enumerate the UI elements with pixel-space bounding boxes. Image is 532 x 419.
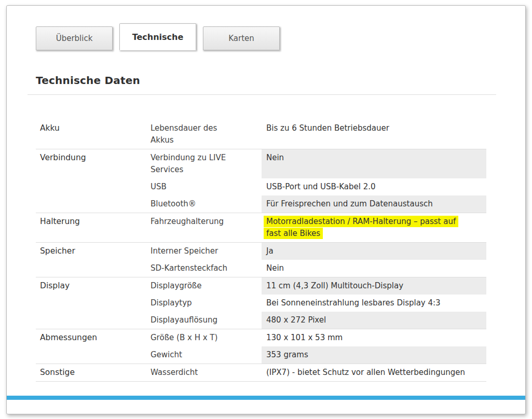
- category-label: Akku: [36, 120, 151, 149]
- spec-name: Displaygröße: [151, 277, 262, 295]
- tab-ueberblick[interactable]: Überblick: [36, 26, 113, 50]
- spec-name: USB: [151, 178, 262, 195]
- spec-value: USB-Port und USB-Kabel 2.0: [262, 178, 486, 195]
- spec-group-akku: AkkuLebensdauer des AkkusBis zu 6 Stunde…: [36, 120, 486, 149]
- spec-name: Displaytyp: [151, 295, 262, 312]
- spec-name: Größe (B x H x T): [151, 329, 262, 346]
- spec-row: AbmessungenGröße (B x H x T)130 x 101 x …: [36, 329, 486, 346]
- category-label: Display: [36, 277, 151, 295]
- spec-row: AkkuLebensdauer des AkkusBis zu 6 Stunde…: [36, 120, 486, 149]
- spec-value: Bis zu 6 Stunden Betriebsdauer: [262, 120, 486, 149]
- spec-value: 11 cm (4,3 Zoll) Multitouch-Display: [262, 277, 486, 295]
- spec-group-sonstige: SonstigeWasserdicht(IPX7) - bietet Schut…: [36, 364, 486, 382]
- category-label: Verbindung: [36, 149, 151, 178]
- tab-technische[interactable]: Technische: [119, 23, 196, 50]
- spec-name: Displayauflösung: [151, 312, 262, 329]
- tab-karten[interactable]: Karten: [203, 26, 280, 50]
- spec-group-speicher: SpeicherInterner SpeicherJaSD-Kartenstec…: [36, 243, 486, 277]
- category-label: [36, 346, 151, 364]
- spec-row: Bluetooth®Für Freisprechen und zum Daten…: [36, 195, 486, 213]
- spec-row: SpeicherInterner SpeicherJa: [36, 243, 486, 260]
- page-card: ÜberblickTechnischeKarten Technische Dat…: [6, 5, 526, 414]
- spec-name: SD-Kartensteckfach: [151, 260, 262, 277]
- spec-name: Verbindung zu LIVE Services: [151, 149, 262, 178]
- tab-bar: ÜberblickTechnischeKarten: [36, 23, 496, 50]
- category-label: [36, 260, 151, 277]
- spec-row: HalterungFahrzeughalterungMotorradladest…: [36, 213, 486, 242]
- spec-name: Bluetooth®: [151, 195, 262, 213]
- spec-row: DisplaytypBei Sonneneinstrahlung lesbare…: [36, 295, 486, 312]
- spec-value: Motorradladestation / RAM-Halterung – pa…: [262, 213, 486, 242]
- spec-value: (IPX7) - bietet Schutz vor allen Wetterb…: [262, 364, 486, 381]
- page-title: Technische Daten: [36, 74, 496, 87]
- spec-value: Für Freisprechen und zum Datenaustausch: [262, 195, 486, 213]
- spec-row: Gewicht353 grams: [36, 346, 486, 364]
- title-divider: [28, 94, 496, 95]
- category-label: [36, 312, 151, 329]
- spec-value: Ja: [262, 243, 486, 260]
- category-label: Halterung: [36, 213, 151, 242]
- page-content: ÜberblickTechnischeKarten Technische Dat…: [7, 6, 525, 382]
- category-label: Sonstige: [36, 364, 151, 381]
- category-label: [36, 295, 151, 312]
- spec-value: Bei Sonneneinstrahlung lesbares Display …: [262, 295, 486, 312]
- spec-row: VerbindungVerbindung zu LIVE ServicesNei…: [36, 149, 486, 178]
- spec-table: AkkuLebensdauer des AkkusBis zu 6 Stunde…: [36, 120, 486, 382]
- highlighted-text: Motorradladestation / RAM-Halterung – pa…: [264, 216, 458, 239]
- spec-group-abmessungen: AbmessungenGröße (B x H x T)130 x 101 x …: [36, 329, 486, 364]
- spec-value: 480 x 272 Pixel: [262, 312, 486, 329]
- category-label: Abmessungen: [36, 329, 151, 346]
- spec-group-display: DisplayDisplaygröße11 cm (4,3 Zoll) Mult…: [36, 277, 486, 329]
- spec-group-halterung: HalterungFahrzeughalterungMotorradladest…: [36, 213, 486, 243]
- category-label: [36, 178, 151, 195]
- spec-value: Nein: [262, 149, 486, 178]
- spec-name: Interner Speicher: [151, 243, 262, 260]
- spec-value: Nein: [262, 260, 486, 277]
- spec-name: Fahrzeughalterung: [151, 213, 262, 242]
- spec-name: Gewicht: [151, 346, 262, 364]
- spec-value: 130 x 101 x 53 mm: [262, 329, 486, 346]
- spec-row: USBUSB-Port und USB-Kabel 2.0: [36, 178, 486, 195]
- spec-row: SD-KartensteckfachNein: [36, 260, 486, 277]
- spec-name: Lebensdauer des Akkus: [151, 120, 262, 149]
- spec-row: SonstigeWasserdicht(IPX7) - bietet Schut…: [36, 364, 486, 381]
- spec-row: DisplayDisplaygröße11 cm (4,3 Zoll) Mult…: [36, 277, 486, 295]
- bottom-accent-bar: [7, 396, 525, 400]
- spec-name: Wasserdicht: [151, 364, 262, 381]
- spec-row: Displayauflösung480 x 272 Pixel: [36, 312, 486, 329]
- spec-group-verbindung: VerbindungVerbindung zu LIVE ServicesNei…: [36, 149, 486, 213]
- category-label: Speicher: [36, 243, 151, 260]
- spec-value: 353 grams: [262, 346, 486, 364]
- category-label: [36, 195, 151, 213]
